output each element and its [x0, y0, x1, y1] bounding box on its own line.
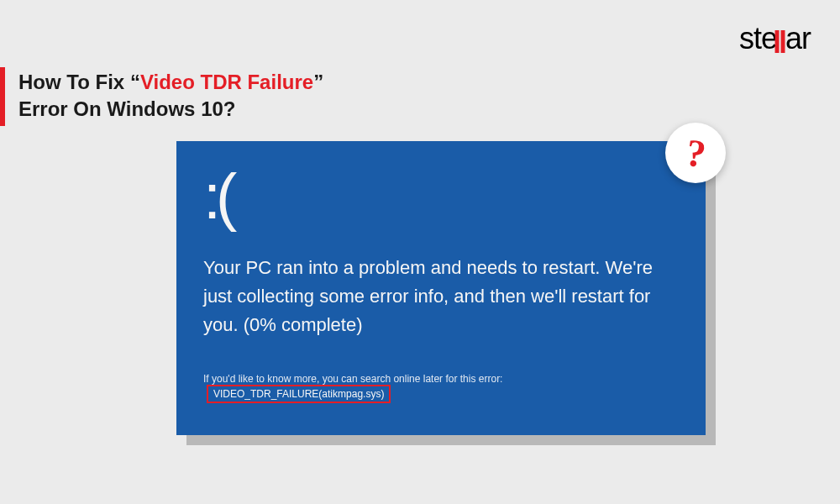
bsod-sub-prefix: If you'd like to know more, you can sear…	[203, 373, 502, 385]
logo-part1: ste	[739, 21, 777, 55]
sad-face-icon: :(	[203, 165, 679, 228]
bsod-screen: :( Your PC ran into a problem and needs …	[176, 141, 706, 435]
article-title: How To Fix “Video TDR Failure” Error On …	[18, 69, 323, 123]
bsod-screenshot-container: :( Your PC ran into a problem and needs …	[176, 141, 706, 435]
title-suffix: ”	[313, 71, 323, 93]
bsod-error-code: VIDEO_TDR_FAILURE(atikmpag.sys)	[207, 385, 391, 403]
bsod-subtext: If you'd like to know more, you can sear…	[203, 373, 679, 403]
title-line-1: How To Fix “Video TDR Failure”	[18, 69, 323, 96]
question-badge: ?	[665, 123, 726, 183]
title-highlight: Video TDR Failure	[140, 71, 313, 93]
logo-part2: ll	[775, 23, 787, 58]
title-line-2: Error On Windows 10?	[18, 96, 323, 123]
title-prefix: How To Fix “	[18, 71, 140, 93]
accent-bar	[0, 67, 5, 126]
bsod-message: Your PC ran into a problem and needs to …	[203, 254, 674, 339]
logo-part3: ar	[785, 21, 811, 55]
question-mark-icon: ?	[683, 129, 708, 176]
brand-logo: stellar	[739, 21, 811, 56]
